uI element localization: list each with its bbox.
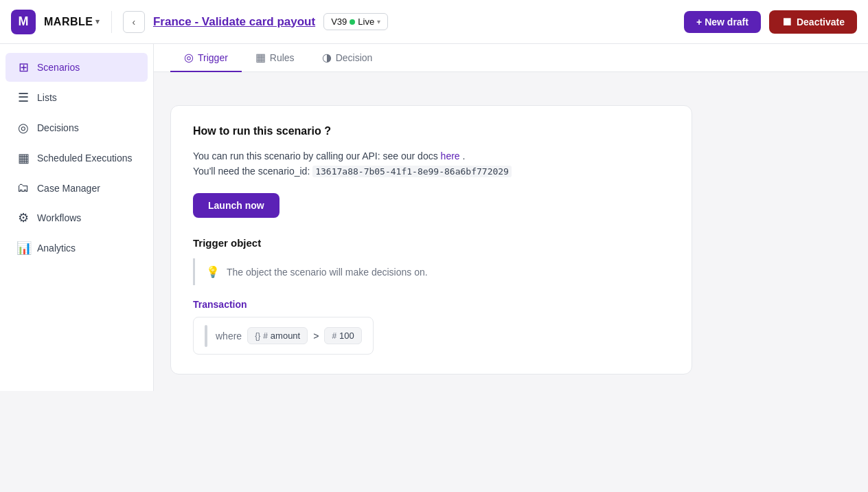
- trigger-object-info-text: The object the scenario will make decisi…: [227, 267, 428, 278]
- deactivate-button[interactable]: ⏹ Deactivate: [769, 10, 857, 34]
- launch-now-button[interactable]: Launch now: [193, 193, 279, 218]
- sidebar-label-analytics: Analytics: [37, 243, 76, 254]
- field-braces-icon: {}: [255, 331, 260, 341]
- deactivate-icon: ⏹: [781, 16, 792, 28]
- value-chip[interactable]: # 100: [324, 327, 361, 344]
- sidebar-item-decisions[interactable]: ◎ Decisions: [5, 113, 148, 142]
- tab-trigger[interactable]: ◎ Trigger: [170, 44, 242, 72]
- sidebar-item-workflows[interactable]: ⚙ Workflows: [5, 203, 148, 232]
- condition-indicator: [205, 325, 207, 347]
- description-text-1: You can run this scenario by calling our…: [193, 150, 438, 161]
- sidebar-item-scenarios[interactable]: ⊞ Scenarios: [5, 53, 148, 82]
- description-text-2: .: [463, 150, 466, 161]
- back-button[interactable]: ‹: [123, 11, 145, 33]
- app-logo: M: [11, 10, 36, 34]
- scenarios-icon: ⊞: [16, 60, 30, 75]
- how-to-run-title: How to run this scenario ?: [193, 125, 670, 137]
- scenario-title[interactable]: France - Validate card payout: [153, 15, 315, 29]
- version-selector[interactable]: V39 Live ▾: [323, 13, 388, 30]
- tab-rules-label: Rules: [270, 52, 295, 63]
- tab-decision-label: Decision: [336, 52, 373, 63]
- version-chevron-icon: ▾: [377, 18, 380, 25]
- transaction-label: Transaction: [193, 299, 670, 310]
- app-name[interactable]: MARBLE ▾: [44, 16, 100, 28]
- sidebar-label-decisions: Decisions: [37, 122, 79, 133]
- case-manager-icon: 🗂: [16, 181, 30, 195]
- value-label: 100: [339, 331, 354, 341]
- trigger-object-title: Trigger object: [193, 237, 670, 249]
- value-hash-icon: #: [332, 331, 336, 341]
- tab-trigger-label: Trigger: [198, 52, 228, 63]
- sidebar-label-scheduled-executions: Scheduled Executions: [37, 153, 133, 164]
- sidebar-label-scenarios: Scenarios: [37, 62, 80, 73]
- sidebar-label-case-manager: Case Manager: [37, 183, 100, 194]
- sidebar-item-lists[interactable]: ☰ Lists: [5, 83, 148, 112]
- scenario-id-value: 13617a88-7b05-41f1-8e99-86a6bf772029: [312, 166, 512, 177]
- transaction-block: Transaction where {} # amount >: [193, 299, 670, 355]
- field-chip[interactable]: {} # amount: [247, 327, 308, 344]
- deactivate-label: Deactivate: [797, 16, 845, 27]
- tab-decision[interactable]: ◑ Decision: [308, 44, 387, 72]
- app-name-chevron-icon: ▾: [95, 17, 100, 26]
- condition-where-label: where: [216, 331, 242, 342]
- scenario-id-prefix: You'll need the scenario_id:: [193, 166, 310, 177]
- sidebar-item-case-manager[interactable]: 🗂 Case Manager: [5, 174, 148, 202]
- main-content: How to run this scenario ? You can run t…: [154, 89, 868, 391]
- operator-label: >: [313, 331, 319, 342]
- decision-tab-icon: ◑: [322, 51, 332, 64]
- trigger-object-info: 💡 The object the scenario will make deci…: [193, 258, 670, 285]
- sidebar-item-analytics[interactable]: 📊 Analytics: [5, 234, 148, 262]
- sidebar-label-workflows: Workflows: [37, 212, 81, 223]
- field-name-label: amount: [271, 331, 300, 341]
- how-to-run-description: You can run this scenario by calling our…: [193, 148, 670, 179]
- version-label: V39: [331, 16, 347, 27]
- docs-link[interactable]: here: [441, 150, 460, 161]
- how-to-run-card: How to run this scenario ? You can run t…: [170, 105, 692, 374]
- decisions-icon: ◎: [16, 120, 30, 135]
- scheduled-executions-icon: ▦: [16, 150, 30, 166]
- info-icon: 💡: [206, 265, 220, 278]
- sidebar: ⊞ Scenarios ☰ Lists ◎ Decisions ▦ Schedu…: [0, 44, 154, 391]
- tab-rules[interactable]: ▦ Rules: [242, 44, 308, 72]
- tabs-bar: ◎ Trigger ▦ Rules ◑ Decision: [154, 44, 868, 72]
- rules-tab-icon: ▦: [255, 51, 266, 64]
- live-status-dot: [350, 19, 355, 25]
- field-hash-icon: #: [263, 331, 268, 341]
- trigger-tab-icon: ◎: [184, 51, 194, 64]
- topbar-divider: [111, 11, 112, 33]
- workflows-icon: ⚙: [16, 210, 30, 225]
- version-status-label: Live: [358, 16, 374, 27]
- analytics-icon: 📊: [16, 241, 30, 256]
- condition-row: where {} # amount > # 100: [216, 323, 362, 348]
- sidebar-label-lists: Lists: [37, 92, 57, 103]
- new-draft-button[interactable]: + New draft: [684, 11, 761, 33]
- sidebar-item-scheduled-executions[interactable]: ▦ Scheduled Executions: [5, 144, 148, 172]
- lists-icon: ☰: [16, 90, 30, 105]
